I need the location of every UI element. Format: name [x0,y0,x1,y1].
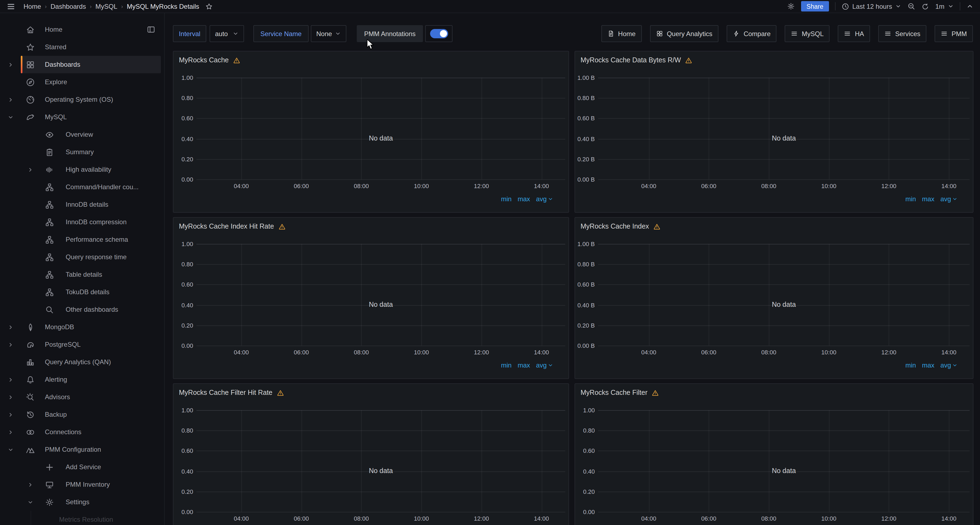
sidebar-item-pmm-configuration[interactable]: PMM Configuration [0,441,164,458]
legend-item-max[interactable]: max [922,362,934,369]
sidebar-item-mysql[interactable]: MySQL [0,108,164,126]
panel-header[interactable]: MyRocks Cache [173,51,568,69]
chevron-right-icon[interactable] [8,336,14,353]
link-button-mysql[interactable]: MySQL [785,25,830,42]
zoom-out-icon[interactable] [907,2,916,10]
sidebar-item-mongodb[interactable]: MongoDB [0,318,164,336]
chevron-right-icon[interactable] [8,388,14,406]
breadcrumb-item-dashboards[interactable]: Dashboards [51,2,86,10]
plot-area[interactable]: No data [196,78,565,179]
sidebar-item-backup[interactable]: Backup [0,406,164,423]
breadcrumb-item-home[interactable]: Home [24,2,41,10]
legend-item-min[interactable]: min [501,195,512,203]
link-button-query-analytics[interactable]: Query Analytics [650,25,718,42]
legend-item-avg[interactable]: avg [536,362,553,369]
chevron-right-icon[interactable] [8,406,14,423]
sidebar-item-high-availability[interactable]: High availability [0,161,164,178]
sidebar-item-innodb-details[interactable]: InnoDB details [0,196,164,213]
plot-area[interactable]: No data [196,410,565,512]
sidebar-item-other-dashboards[interactable]: Other dashboards [0,301,164,318]
sidebar-item-operating-system-os[interactable]: Operating System (OS) [0,91,164,108]
sidebar-item-tokudb-details[interactable]: TokuDB details [0,283,164,301]
pmm-annotations-toggle[interactable] [425,25,452,42]
sidebar-item-alerting[interactable]: Alerting [0,371,164,388]
panel-header[interactable]: MyRocks Cache Filter Hit Rate [173,384,568,401]
sidebar-item-advisors[interactable]: Advisors [0,388,164,406]
chevron-down-icon[interactable] [952,196,958,202]
sidebar-item-dashboards[interactable]: Dashboards [0,56,164,73]
chevron-right-icon[interactable] [8,318,14,336]
chevron-down-icon[interactable] [8,441,14,458]
legend-item-max[interactable]: max [518,195,530,203]
chevron-right-icon[interactable] [8,423,14,441]
panel-header[interactable]: MyRocks Cache Filter [575,384,973,401]
sidebar-item-summary[interactable]: Summary [0,143,164,161]
legend-item-avg[interactable]: avg [940,362,958,369]
sidebar-item-command-handler-cou[interactable]: Command/Handler cou... [0,178,164,196]
sidebar-item-overview[interactable]: Overview [0,126,164,143]
sidebar-item-postgresql[interactable]: PostgreSQL [0,336,164,353]
breadcrumb-item-mysql[interactable]: MySQL [95,2,118,10]
warning-icon[interactable] [685,57,692,64]
warning-icon[interactable] [278,223,285,230]
breadcrumb-item-mysql-myrocks-details[interactable]: MySQL MyRocks Details [127,2,199,10]
sidebar-item-pmm-inventory[interactable]: PMM Inventory [0,476,164,493]
y-axis-tick-label: 0.60 [173,115,193,122]
panel-header[interactable]: MyRocks Cache Index [575,218,973,235]
chevron-down-icon[interactable] [27,493,33,511]
link-button-compare[interactable]: Compare [727,25,777,42]
chevron-down-icon[interactable] [548,363,553,368]
link-button-services[interactable]: Services [878,25,926,42]
collapse-topbar-chevron-up-icon[interactable] [966,3,974,10]
warning-icon[interactable] [653,223,660,230]
legend-item-min[interactable]: min [905,195,916,203]
chevron-down-icon[interactable] [8,108,14,126]
plot-area[interactable]: No data [196,244,565,346]
share-button[interactable]: Share [801,1,829,11]
warning-icon[interactable] [233,57,240,64]
interval-select[interactable]: auto [210,25,244,42]
refresh-interval-picker[interactable]: 1m [935,2,954,10]
chevron-right-icon[interactable] [8,91,14,108]
time-range-picker[interactable]: Last 12 hours [841,2,901,10]
legend-item-min[interactable]: min [905,362,916,369]
star-dashboard-icon[interactable] [205,2,213,10]
chevron-down-icon[interactable] [952,363,958,368]
panel-header[interactable]: MyRocks Cache Data Bytes R/W [575,51,973,69]
refresh-icon[interactable] [922,2,929,10]
link-button-ha[interactable]: HA [838,25,870,42]
legend-item-max[interactable]: max [518,362,530,369]
sidebar-item-starred[interactable]: Starred [0,38,164,56]
plot-area[interactable]: No data [598,244,970,346]
legend-item-avg[interactable]: avg [940,195,958,203]
sidebar-item-add-service[interactable]: Add Service [0,458,164,476]
chevron-right-icon[interactable] [27,161,33,178]
sidebar-item-innodb-compression[interactable]: InnoDB compression [0,213,164,231]
sidebar-item-explore[interactable]: Explore [0,73,164,91]
panel-header[interactable]: MyRocks Cache Index Hit Rate [173,218,568,235]
service-name-select[interactable]: None [311,25,346,42]
warning-icon[interactable] [277,389,284,396]
legend-item-min[interactable]: min [501,362,512,369]
chevron-right-icon[interactable] [8,371,14,388]
sidebar-item-query-response-time[interactable]: Query response time [0,248,164,266]
warning-icon[interactable] [652,389,659,396]
chevron-right-icon[interactable] [27,476,33,493]
sidebar-item-home[interactable]: Home [0,21,164,38]
plot-area[interactable]: No data [598,78,970,179]
legend-item-avg[interactable]: avg [536,195,553,203]
plot-area[interactable]: No data [598,410,970,512]
chevron-right-icon[interactable] [8,56,14,73]
sidebar-item-performance-schema[interactable]: Performance schema [0,231,164,248]
dashboard-settings-gear-icon[interactable] [787,2,795,10]
chevron-down-icon[interactable] [548,196,553,202]
legend-item-max[interactable]: max [922,195,934,203]
sidebar-item-table-details[interactable]: Table details [0,266,164,283]
sidebar-item-query-analytics-qan[interactable]: Query Analytics (QAN) [0,353,164,371]
link-button-pmm[interactable]: PMM [935,25,973,42]
sidebar-item-metrics-resolution[interactable]: Metrics Resolution [0,511,164,525]
sidebar-item-settings[interactable]: Settings [0,493,164,511]
link-button-home[interactable]: Home [601,25,641,42]
menu-toggle-icon[interactable] [6,2,15,11]
sidebar-item-connections[interactable]: Connections [0,423,164,441]
